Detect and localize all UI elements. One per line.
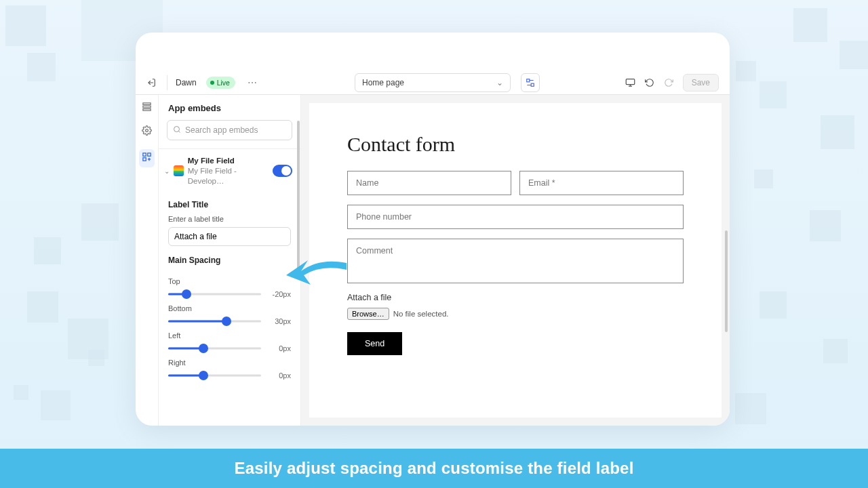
svg-rect-10	[143, 153, 146, 156]
chevron-down-icon: ⌄	[164, 167, 170, 175]
panel-title: App embeds	[159, 95, 300, 120]
more-icon[interactable]: ⋯	[248, 77, 257, 88]
embed-name: My File Field	[188, 156, 269, 166]
preview-canvas: Contact form Name Email * Phone number C…	[309, 103, 722, 418]
left-rail	[136, 95, 159, 426]
label-title-hint: Enter a label title	[168, 215, 291, 223]
label-title-heading: Label Title	[168, 200, 291, 209]
app-card: Dawn Live ⋯ Home page ⌄ Save	[136, 33, 730, 426]
label-title-input[interactable]	[168, 227, 291, 246]
send-button[interactable]: Send	[347, 332, 402, 355]
svg-line-16	[178, 131, 180, 132]
svg-rect-2	[531, 83, 534, 86]
slider-label: Left	[168, 331, 291, 340]
slider-left: Left 0px	[159, 327, 300, 354]
slider-value: -20px	[267, 290, 291, 298]
slider-label: Top	[168, 277, 291, 285]
phone-field[interactable]: Phone number	[347, 205, 684, 229]
comment-field[interactable]: Comment	[347, 239, 684, 283]
svg-point-9	[146, 129, 149, 132]
page-selector-label: Home page	[362, 78, 404, 87]
slider-bottom: Bottom 30px	[159, 300, 300, 327]
svg-rect-7	[143, 106, 151, 108]
svg-rect-1	[527, 79, 530, 82]
name-field[interactable]: Name	[347, 171, 511, 195]
preview-pane: Contact form Name Email * Phone number C…	[301, 95, 730, 426]
slider-track[interactable]	[168, 371, 261, 380]
preview-scrollbar[interactable]	[725, 230, 728, 332]
slider-value: 0px	[267, 371, 291, 380]
email-field[interactable]: Email *	[519, 171, 684, 195]
form-heading: Contact form	[347, 133, 684, 156]
caption-text: Easily adjust spacing and customise the …	[234, 459, 633, 478]
theme-settings-icon[interactable]	[142, 125, 152, 138]
svg-rect-11	[148, 153, 151, 156]
exit-icon[interactable]	[144, 78, 159, 87]
slider-track[interactable]	[168, 344, 261, 353]
slider-label: Bottom	[168, 304, 291, 312]
slider-value: 30px	[267, 317, 291, 325]
slider-label: Right	[168, 359, 291, 367]
slider-track[interactable]	[168, 289, 261, 299]
slider-value: 0px	[267, 344, 291, 352]
slider-right: Right 0px	[159, 354, 300, 382]
editor-topbar: Dawn Live ⋯ Home page ⌄ Save	[136, 70, 730, 95]
svg-rect-8	[143, 109, 151, 111]
main-spacing-heading: Main Spacing	[168, 256, 291, 265]
embed-subtitle: My File Field - Develop…	[188, 166, 269, 186]
search-input[interactable]	[185, 125, 287, 135]
theme-name: Dawn	[176, 78, 197, 87]
inspector-toggle[interactable]	[521, 73, 540, 92]
caption-banner: Easily adjust spacing and customise the …	[0, 449, 868, 488]
embed-item[interactable]: ⌄ My File Field My File Field - Develop…	[159, 149, 300, 193]
page-selector[interactable]: Home page ⌄	[355, 73, 511, 92]
svg-point-15	[174, 127, 180, 132]
browse-button[interactable]: Browse…	[347, 308, 389, 320]
app-icon	[174, 165, 184, 176]
search-input-wrap[interactable]	[167, 120, 292, 140]
no-file-text: No file selected.	[393, 310, 449, 318]
slider-track[interactable]	[168, 317, 261, 326]
attach-label: Attach a file	[347, 293, 684, 302]
redo-icon[interactable]	[664, 78, 673, 87]
svg-rect-6	[143, 103, 151, 105]
svg-rect-3	[626, 79, 635, 85]
svg-rect-12	[143, 158, 146, 161]
app-embeds-icon[interactable]	[139, 149, 155, 167]
live-badge: Live	[206, 77, 235, 89]
slider-top: Top -20px	[159, 273, 300, 300]
save-button[interactable]: Save	[683, 74, 719, 92]
panel-scrollbar[interactable]	[297, 121, 300, 270]
undo-icon[interactable]	[645, 78, 654, 87]
settings-panel: App embeds ⌄ My File Field My File Field…	[159, 95, 301, 426]
search-icon	[173, 124, 181, 136]
chevron-down-icon: ⌄	[496, 78, 503, 87]
sections-icon[interactable]	[142, 102, 152, 115]
desktop-icon[interactable]	[625, 77, 635, 87]
embed-toggle[interactable]	[273, 165, 292, 177]
